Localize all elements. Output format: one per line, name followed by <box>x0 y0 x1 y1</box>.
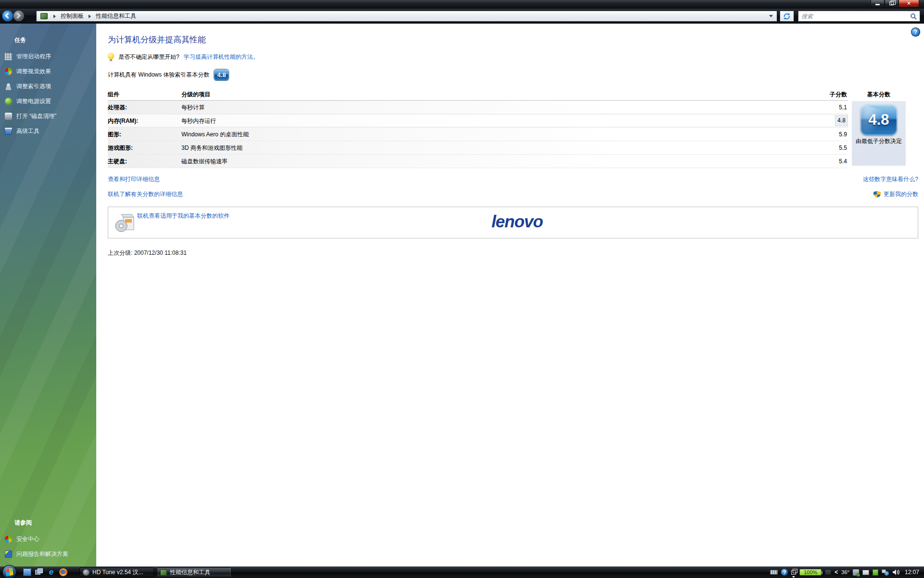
page-title: 为计算机分级并提高其性能 <box>108 34 206 45</box>
temperature-indicator: 36° <box>841 569 849 575</box>
learn-improve-performance-link[interactable]: 学习提高计算机性能的方法。 <box>184 53 259 61</box>
row-component-label: 主硬盘: <box>108 155 180 168</box>
column-header-base-score: 基本分数 <box>852 88 906 101</box>
row-component-label: 游戏图形: <box>108 141 180 155</box>
view-software-online-link[interactable]: 联机查看适用于我的基本分数的软件 <box>137 212 230 220</box>
sidebar-item-power-settings[interactable]: 调整电源设置 <box>0 94 96 109</box>
help-button[interactable]: ? <box>911 27 920 37</box>
table-row-gaming-graphics: 游戏图形: 3D 商务和游戏图形性能 5.5 <box>108 141 848 155</box>
system-tray: ? 100% < 36° 12:07 <box>770 566 922 578</box>
sidebar-item-advanced-tools[interactable]: 高级工具 <box>0 124 96 139</box>
lightbulb-icon <box>108 53 114 61</box>
sidebar-item-label: 调整视觉效果 <box>16 67 51 76</box>
sidebar-item-label: 高级工具 <box>16 127 39 135</box>
close-button[interactable]: × <box>898 0 919 7</box>
row-component-label: 内存(RAM): <box>108 114 180 128</box>
refresh-icon <box>783 13 791 20</box>
task-sidebar: 任务 管理启动程序 调整视觉效果 调整索引选项 调整电源设置 打开 “磁盘清理”… <box>0 24 96 566</box>
base-score-line: 计算机具有 Windows 体验索引基本分数 4.8 <box>108 69 229 80</box>
volume-icon[interactable] <box>892 569 900 576</box>
restore-button[interactable] <box>885 0 898 7</box>
lenovo-logo: lenovo <box>491 212 543 231</box>
performance-tools-icon <box>40 13 48 19</box>
sidebar-item-startup-programs[interactable]: 管理启动程序 <box>0 49 96 64</box>
row-subscore-value: 4.8 <box>835 115 848 126</box>
safely-remove-usb-icon[interactable] <box>853 569 859 576</box>
tray-help-icon[interactable]: ? <box>781 569 788 576</box>
sidebar-item-label: 调整电源设置 <box>16 97 51 105</box>
sidebar-item-security-center[interactable]: 安全中心 <box>0 532 96 547</box>
hdtune-icon <box>83 569 90 576</box>
row-component-label: 图形: <box>108 128 180 141</box>
sidebar-item-label: 问题报告和解决方案 <box>16 550 68 558</box>
refresh-button[interactable] <box>780 11 794 22</box>
show-desktop-icon[interactable] <box>23 568 31 576</box>
row-component-label: 处理器: <box>108 101 180 114</box>
software-banner: 联机查看适用于我的基本分数的软件 lenovo <box>108 207 918 238</box>
search-input[interactable] <box>801 13 910 20</box>
minimize-button[interactable] <box>871 0 885 7</box>
sidebar-item-indexing-options[interactable]: 调整索引选项 <box>0 79 96 94</box>
firefox-icon[interactable] <box>59 568 67 576</box>
clock[interactable]: 12:07 <box>905 569 919 576</box>
tray-utility-icon[interactable] <box>825 569 831 575</box>
tray-collapse-icon[interactable]: < <box>834 569 838 576</box>
performance-tools-icon <box>160 569 167 576</box>
switch-windows-icon[interactable] <box>35 568 43 576</box>
what-numbers-mean-link[interactable]: 这些数字意味着什么? <box>863 175 918 184</box>
see-also-header: 请参阅 <box>0 519 96 532</box>
windows-flag-icon <box>5 568 13 576</box>
close-icon: × <box>907 0 911 6</box>
column-header-rated-item: 分级的项目 <box>181 88 210 101</box>
main-content: ? 为计算机分级并提高其性能 是否不确定从哪里开始? 学习提高计算机性能的方法。… <box>96 24 924 566</box>
column-header-component: 组件 <box>108 88 119 101</box>
back-button[interactable] <box>2 10 13 22</box>
base-score-badge-large: 4.8 <box>860 105 897 135</box>
update-my-score-link[interactable]: 更新我的分数 <box>884 190 918 198</box>
advanced-tools-icon <box>5 128 12 135</box>
battery-indicator[interactable]: 100% <box>799 569 821 576</box>
help-icon: ? <box>914 29 917 36</box>
indexing-options-icon <box>5 83 12 90</box>
taskbar: e HD Tune v2.54 汉... 性能信息和工具 ? 100% < 36… <box>0 566 924 578</box>
row-rated-label: Windows Aero 的桌面性能 <box>181 128 249 141</box>
breadcrumb-control-panel[interactable]: 控制面板 <box>60 11 85 21</box>
row-rated-label: 每秒计算 <box>181 101 205 114</box>
address-bar[interactable]: 控制面板 性能信息和工具 <box>36 11 777 22</box>
breadcrumb-separator-icon <box>89 14 91 18</box>
breadcrumb-performance-tools[interactable]: 性能信息和工具 <box>95 11 137 21</box>
address-dropdown-icon[interactable] <box>769 15 773 17</box>
row-subscore-value: 5.9 <box>839 128 847 141</box>
tray-window-icon[interactable] <box>791 570 796 575</box>
forward-button[interactable] <box>13 10 25 22</box>
search-icon[interactable] <box>910 13 917 20</box>
taskbar-button-label: HD Tune v2.54 汉... <box>92 568 143 577</box>
navigation-toolbar: 控制面板 性能信息和工具 <box>0 9 924 23</box>
network-icon[interactable] <box>882 569 889 576</box>
update-score-row: 更新我的分数 <box>873 190 918 198</box>
keyboard-layout-icon[interactable] <box>770 570 778 575</box>
sidebar-item-disk-cleanup[interactable]: 打开 “磁盘清理” <box>0 109 96 124</box>
table-row-graphics: 图形: Windows Aero 的桌面性能 5.9 <box>108 128 848 141</box>
taskbar-button-label: 性能信息和工具 <box>170 568 210 577</box>
base-score-value: 4.8 <box>868 111 889 129</box>
power-plug-icon[interactable] <box>873 569 878 576</box>
row-rated-label: 每秒内存运行 <box>181 114 216 128</box>
tasks-header: 任务 <box>0 24 96 49</box>
sidebar-item-problem-reports[interactable]: 问题报告和解决方案 <box>0 547 96 562</box>
internet-explorer-icon[interactable]: e <box>47 568 55 576</box>
hint-question: 是否不确定从哪里开始? <box>118 53 180 61</box>
taskbar-button-performance-tools[interactable]: 性能信息和工具 <box>157 567 231 577</box>
start-button[interactable] <box>2 565 16 578</box>
display-settings-icon[interactable] <box>862 570 869 575</box>
power-settings-icon <box>5 98 12 105</box>
sidebar-item-visual-effects[interactable]: 调整视觉效果 <box>0 64 96 79</box>
row-rated-label: 3D 商务和游戏图形性能 <box>181 141 243 155</box>
sidebar-item-label: 调整索引选项 <box>16 82 51 91</box>
taskbar-button-hdtune[interactable]: HD Tune v2.54 汉... <box>79 567 154 577</box>
row-subscore-value: 5.4 <box>839 155 847 168</box>
problem-reports-icon <box>5 551 12 558</box>
table-row-processor: 处理器: 每秒计算 5.1 <box>108 101 848 114</box>
view-print-details-link[interactable]: 查看和打印详细信息 <box>108 175 160 184</box>
learn-scores-online-link[interactable]: 联机了解有关分数的详细信息 <box>108 190 183 198</box>
